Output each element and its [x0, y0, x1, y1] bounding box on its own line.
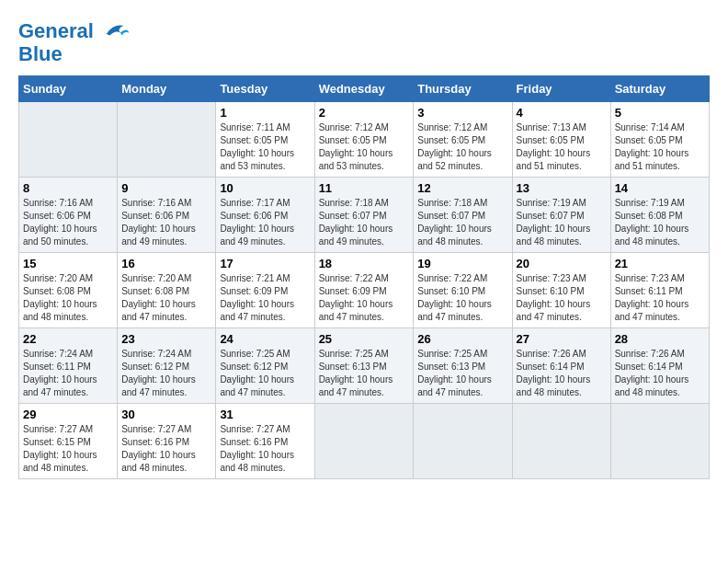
day-cell: 12 Sunrise: 7:18 AM Sunset: 6:07 PM Dayl… [414, 178, 512, 253]
day-number: 11 [319, 181, 410, 195]
calendar-week-row: 15 Sunrise: 7:20 AM Sunset: 6:08 PM Dayl… [19, 253, 710, 328]
day-number: 26 [417, 332, 507, 346]
day-number: 15 [23, 257, 113, 270]
day-info: Sunrise: 7:13 AM Sunset: 6:05 PM Dayligh… [517, 121, 607, 173]
day-info: Sunrise: 7:18 AM Sunset: 6:07 PM Dayligh… [417, 197, 507, 248]
calendar-week-row: 29 Sunrise: 7:27 AM Sunset: 6:15 PM Dayl… [19, 404, 710, 479]
day-number: 9 [121, 181, 211, 195]
day-number: 17 [220, 257, 310, 270]
day-cell: 13 Sunrise: 7:19 AM Sunset: 6:07 PM Dayl… [512, 178, 610, 253]
day-info: Sunrise: 7:17 AM Sunset: 6:06 PM Dayligh… [220, 197, 310, 248]
day-cell: 31 Sunrise: 7:27 AM Sunset: 6:16 PM Dayl… [216, 404, 314, 479]
day-number: 4 [517, 106, 607, 120]
day-header-tuesday: Tuesday [216, 76, 314, 102]
day-cell: 16 Sunrise: 7:20 AM Sunset: 6:08 PM Dayl… [118, 253, 216, 328]
day-number: 8 [23, 181, 113, 195]
day-number: 22 [23, 332, 113, 346]
day-cell: 29 Sunrise: 7:27 AM Sunset: 6:15 PM Dayl… [19, 404, 118, 479]
day-cell: 15 Sunrise: 7:20 AM Sunset: 6:08 PM Dayl… [19, 253, 118, 328]
day-cell: 4 Sunrise: 7:13 AM Sunset: 6:05 PM Dayli… [512, 102, 610, 178]
day-cell: 18 Sunrise: 7:22 AM Sunset: 6:09 PM Dayl… [314, 253, 414, 328]
day-info: Sunrise: 7:23 AM Sunset: 6:11 PM Dayligh… [615, 272, 705, 324]
day-info: Sunrise: 7:26 AM Sunset: 6:14 PM Dayligh… [615, 348, 705, 399]
day-info: Sunrise: 7:16 AM Sunset: 6:06 PM Dayligh… [121, 197, 211, 248]
empty-cell [118, 102, 216, 178]
day-number: 29 [23, 408, 113, 421]
day-header-wednesday: Wednesday [314, 76, 414, 102]
day-info: Sunrise: 7:27 AM Sunset: 6:16 PM Dayligh… [121, 423, 211, 475]
day-cell: 26 Sunrise: 7:25 AM Sunset: 6:13 PM Dayl… [414, 328, 512, 404]
day-cell: 8 Sunrise: 7:16 AM Sunset: 6:06 PM Dayli… [19, 178, 118, 253]
calendar-table: SundayMondayTuesdayWednesdayThursdayFrid… [18, 75, 710, 479]
day-cell: 10 Sunrise: 7:17 AM Sunset: 6:06 PM Dayl… [216, 178, 314, 253]
empty-cell [19, 102, 118, 178]
day-cell: 11 Sunrise: 7:18 AM Sunset: 6:07 PM Dayl… [314, 178, 414, 253]
day-number: 14 [615, 181, 705, 195]
day-cell: 9 Sunrise: 7:16 AM Sunset: 6:06 PM Dayli… [118, 178, 216, 253]
empty-cell [512, 404, 610, 479]
day-info: Sunrise: 7:25 AM Sunset: 6:12 PM Dayligh… [220, 348, 310, 399]
calendar-week-row: 1 Sunrise: 7:11 AM Sunset: 6:05 PM Dayli… [19, 102, 710, 178]
calendar-header-row: SundayMondayTuesdayWednesdayThursdayFrid… [19, 76, 710, 102]
calendar-week-row: 22 Sunrise: 7:24 AM Sunset: 6:11 PM Dayl… [19, 328, 710, 404]
day-info: Sunrise: 7:25 AM Sunset: 6:13 PM Dayligh… [319, 348, 410, 399]
logo: General Blue [18, 18, 131, 66]
day-number: 1 [220, 106, 310, 120]
day-info: Sunrise: 7:21 AM Sunset: 6:09 PM Dayligh… [220, 272, 310, 324]
day-number: 30 [121, 408, 211, 421]
day-cell: 22 Sunrise: 7:24 AM Sunset: 6:11 PM Dayl… [19, 328, 118, 404]
day-cell: 19 Sunrise: 7:22 AM Sunset: 6:10 PM Dayl… [414, 253, 512, 328]
day-header-friday: Friday [512, 76, 610, 102]
day-info: Sunrise: 7:14 AM Sunset: 6:05 PM Dayligh… [615, 121, 705, 173]
day-number: 18 [319, 257, 410, 270]
day-cell: 23 Sunrise: 7:24 AM Sunset: 6:12 PM Dayl… [118, 328, 216, 404]
day-number: 25 [319, 332, 410, 346]
day-info: Sunrise: 7:12 AM Sunset: 6:05 PM Dayligh… [319, 121, 410, 173]
day-number: 13 [517, 181, 607, 195]
day-header-sunday: Sunday [19, 76, 118, 102]
empty-cell [610, 404, 709, 479]
day-number: 31 [220, 408, 310, 421]
day-number: 24 [220, 332, 310, 346]
day-info: Sunrise: 7:11 AM Sunset: 6:05 PM Dayligh… [220, 121, 310, 173]
day-number: 5 [615, 106, 705, 120]
day-cell: 17 Sunrise: 7:21 AM Sunset: 6:09 PM Dayl… [216, 253, 314, 328]
day-info: Sunrise: 7:27 AM Sunset: 6:15 PM Dayligh… [23, 423, 113, 475]
day-cell: 5 Sunrise: 7:14 AM Sunset: 6:05 PM Dayli… [610, 102, 709, 178]
day-number: 16 [121, 257, 211, 270]
day-cell: 27 Sunrise: 7:26 AM Sunset: 6:14 PM Dayl… [512, 328, 610, 404]
day-info: Sunrise: 7:24 AM Sunset: 6:12 PM Dayligh… [121, 348, 211, 399]
day-info: Sunrise: 7:16 AM Sunset: 6:06 PM Dayligh… [23, 197, 113, 248]
empty-cell [414, 404, 512, 479]
day-number: 10 [220, 181, 310, 195]
day-header-monday: Monday [118, 76, 216, 102]
day-number: 21 [615, 257, 705, 270]
day-cell: 2 Sunrise: 7:12 AM Sunset: 6:05 PM Dayli… [314, 102, 414, 178]
day-cell: 24 Sunrise: 7:25 AM Sunset: 6:12 PM Dayl… [216, 328, 314, 404]
day-cell: 28 Sunrise: 7:26 AM Sunset: 6:14 PM Dayl… [610, 328, 709, 404]
day-cell: 21 Sunrise: 7:23 AM Sunset: 6:11 PM Dayl… [610, 253, 709, 328]
day-cell: 25 Sunrise: 7:25 AM Sunset: 6:13 PM Dayl… [314, 328, 414, 404]
day-info: Sunrise: 7:12 AM Sunset: 6:05 PM Dayligh… [417, 121, 507, 173]
day-number: 28 [615, 332, 705, 346]
day-cell: 20 Sunrise: 7:23 AM Sunset: 6:10 PM Dayl… [512, 253, 610, 328]
day-cell: 14 Sunrise: 7:19 AM Sunset: 6:08 PM Dayl… [610, 178, 709, 253]
day-info: Sunrise: 7:23 AM Sunset: 6:10 PM Dayligh… [517, 272, 607, 324]
page-header: General Blue [18, 18, 710, 66]
day-cell: 1 Sunrise: 7:11 AM Sunset: 6:05 PM Dayli… [216, 102, 314, 178]
day-cell: 30 Sunrise: 7:27 AM Sunset: 6:16 PM Dayl… [118, 404, 216, 479]
day-info: Sunrise: 7:19 AM Sunset: 6:08 PM Dayligh… [615, 197, 705, 248]
day-info: Sunrise: 7:27 AM Sunset: 6:16 PM Dayligh… [220, 423, 310, 475]
day-info: Sunrise: 7:19 AM Sunset: 6:07 PM Dayligh… [517, 197, 607, 248]
day-number: 19 [417, 257, 507, 270]
day-info: Sunrise: 7:22 AM Sunset: 6:10 PM Dayligh… [417, 272, 507, 324]
day-info: Sunrise: 7:22 AM Sunset: 6:09 PM Dayligh… [319, 272, 410, 324]
day-info: Sunrise: 7:20 AM Sunset: 6:08 PM Dayligh… [121, 272, 211, 324]
day-info: Sunrise: 7:24 AM Sunset: 6:11 PM Dayligh… [23, 348, 113, 399]
day-number: 23 [121, 332, 211, 346]
empty-cell [314, 404, 414, 479]
day-number: 12 [417, 181, 507, 195]
day-number: 3 [417, 106, 507, 120]
day-info: Sunrise: 7:18 AM Sunset: 6:07 PM Dayligh… [319, 197, 410, 248]
day-number: 27 [517, 332, 607, 346]
